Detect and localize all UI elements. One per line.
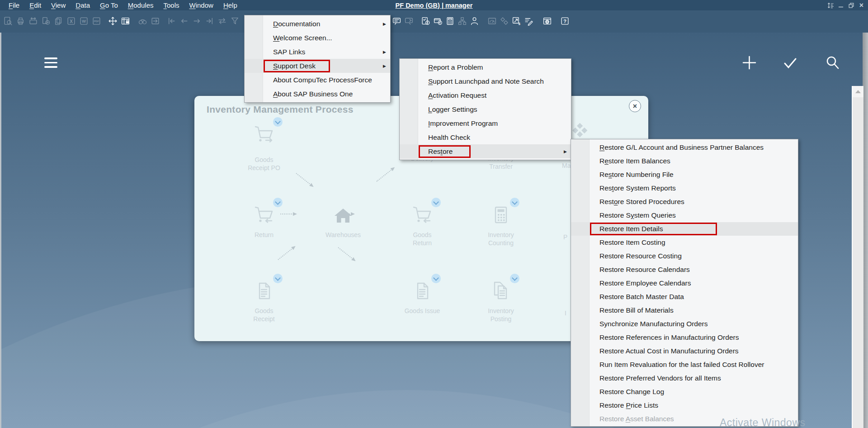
restore-window-icon[interactable] — [847, 1, 855, 9]
process-node-warehouses[interactable]: Warehouses — [309, 201, 377, 232]
messages-icon[interactable] — [392, 16, 401, 26]
search-icon[interactable] — [825, 55, 840, 72]
node-dropdown-badge[interactable] — [431, 274, 441, 283]
menu-item-about-sap-business-one[interactable]: About SAP Business One — [245, 87, 390, 101]
menu-item-restore-resource-calendars[interactable]: Restore Resource Calendars — [571, 263, 798, 276]
next-record-icon[interactable] — [192, 16, 202, 26]
flow-arrow — [278, 247, 294, 260]
employee-icon[interactable] — [469, 16, 479, 26]
first-record-icon[interactable] — [166, 16, 176, 26]
payment-calculator-icon[interactable] — [445, 16, 455, 26]
menu-item-improvement-program[interactable]: Improvement Program — [400, 116, 571, 130]
process-node-goods-receipt-po[interactable]: GoodsReceipt PO — [230, 120, 298, 151]
menu-item-health-check[interactable]: Health Check — [400, 130, 571, 144]
menu-item-label: Support Launchpad and Note Search — [428, 77, 544, 86]
menu-item-restore-actual-cost-in-manufacturing-orders[interactable]: Restore Actual Cost in Manufacturing Ord… — [571, 344, 798, 358]
menu-item-sap-links[interactable]: SAP Links▶ — [245, 45, 390, 59]
print-layout-icon[interactable] — [28, 16, 38, 26]
node-dropdown-badge[interactable] — [510, 274, 519, 283]
app-titlebar: FileEditViewDataGo ToModulesToolsWindowH… — [0, 0, 868, 10]
add-icon[interactable] — [741, 54, 758, 73]
edit-form-icon[interactable] — [524, 16, 533, 26]
print-icon[interactable] — [15, 16, 25, 26]
menu-item-restore-bill-of-materials[interactable]: Restore Bill of Materials — [571, 304, 798, 317]
menu-item-support-launchpad-and-note-search[interactable]: Support Launchpad and Note Search — [400, 74, 571, 88]
menu-item-restore-references-in-manufacturing-orders[interactable]: Restore References in Manufacturing Orde… — [571, 331, 798, 344]
menu-item-restore-item-costing[interactable]: Restore Item Costing — [571, 236, 798, 249]
widgets-icon[interactable] — [499, 16, 509, 26]
refresh-record-icon[interactable] — [217, 16, 227, 26]
flow-arrow — [338, 247, 354, 261]
approval-status-icon[interactable] — [420, 16, 430, 26]
export-excel-icon[interactable]: X — [66, 16, 76, 26]
exchange-rate-icon[interactable]: $ — [511, 16, 521, 26]
row-height-icon[interactable] — [826, 1, 834, 9]
menu-item-about-computec-processforce[interactable]: About CompuTec ProcessForce — [245, 73, 390, 87]
export-word-icon[interactable]: W — [79, 16, 89, 26]
process-node-inventory-counting[interactable]: InventoryCounting — [467, 201, 535, 232]
menu-item-label: Restore References in Manufacturing Orde… — [599, 333, 739, 342]
previous-record-icon[interactable] — [179, 16, 189, 26]
menu-item-restore-item-balances[interactable]: Restore Item Balances — [571, 154, 798, 168]
menu-item-restore-employee-calendars[interactable]: Restore Employee Calendars — [571, 276, 798, 290]
menu-item-run-item-revaluation-for-the-last-failed-cost-rollover[interactable]: Run Item Revaluation for the last failed… — [571, 358, 798, 371]
menu-item-restore-g-l-account-and-business-partner-balances[interactable]: Restore G/L Account and Business Partner… — [571, 141, 798, 154]
menu-item-restore-item-details[interactable]: Restore Item Details — [571, 222, 798, 236]
menu-item-restore-system-queries[interactable]: Restore System Queries — [571, 209, 798, 222]
copy-icon[interactable] — [53, 16, 63, 26]
menu-item-welcome-screen[interactable]: Welcome Screen... — [245, 31, 390, 45]
menu-item-restore-price-lists[interactable]: Restore Price Lists — [571, 399, 798, 412]
hamburger-menu-icon[interactable] — [44, 57, 57, 68]
dashboard-icon[interactable] — [487, 16, 497, 26]
menu-item-restore-numbering-file[interactable]: Restore Numbering File — [571, 168, 798, 181]
process-node-inventory-posting[interactable]: InventoryPosting — [467, 277, 535, 308]
process-node-return[interactable]: Return — [230, 201, 298, 232]
menu-item-restore-system-reports[interactable]: Restore System Reports — [571, 181, 798, 195]
menu-item-label: Restore System Queries — [599, 211, 676, 219]
org-structure-icon[interactable] — [457, 16, 467, 26]
find-icon[interactable] — [137, 16, 147, 26]
menu-item-logger-settings[interactable]: Logger Settings — [400, 102, 571, 116]
export-pdf-icon[interactable]: PDF — [91, 16, 101, 26]
node-dropdown-badge[interactable] — [273, 117, 283, 127]
document-remarks-icon[interactable] — [41, 16, 51, 26]
process-node-goods-issue[interactable]: Goods Issue — [388, 277, 456, 308]
process-node-goods-return[interactable]: GoodsReturn — [388, 201, 456, 232]
menu-item-restore-stored-procedures[interactable]: Restore Stored Procedures — [571, 195, 798, 209]
node-dropdown-badge[interactable] — [273, 198, 283, 207]
last-record-icon[interactable] — [204, 16, 214, 26]
node-dropdown-badge[interactable] — [510, 198, 519, 207]
window-close-button[interactable]: × — [629, 100, 641, 112]
menu-item-label: Restore Numbering File — [599, 171, 674, 179]
node-label: GoodsReturn — [388, 231, 456, 247]
forward-message-icon[interactable] — [404, 16, 414, 26]
node-label: Warehouses — [309, 231, 377, 239]
menu-item-restore-preferred-vendors-for-all-items[interactable]: Restore Preferred Vendors for all Items — [571, 371, 798, 385]
scroll-up-button[interactable] — [853, 86, 863, 97]
menu-item-label: Improvement Program — [428, 119, 498, 128]
confirm-icon[interactable] — [783, 57, 798, 72]
filter-table-icon[interactable] — [230, 16, 240, 26]
menu-item-restore-resource-costing[interactable]: Restore Resource Costing — [571, 249, 798, 263]
freeze-table-icon[interactable] — [120, 16, 130, 26]
node-dropdown-badge[interactable] — [273, 274, 283, 283]
help-icon[interactable]: ? — [560, 16, 570, 26]
go-to-icon[interactable] — [150, 16, 160, 26]
menu-item-restore-change-log[interactable]: Restore Change Log — [571, 385, 798, 399]
move-window-icon[interactable] — [108, 16, 118, 26]
minimize-icon[interactable] — [837, 1, 844, 9]
payment-info-icon[interactable] — [433, 16, 443, 26]
preview-document-icon[interactable] — [3, 16, 13, 26]
menu-item-report-a-problem[interactable]: Report a Problem — [400, 60, 571, 74]
menu-item-restore[interactable]: Restore▶ — [400, 144, 571, 158]
close-window-icon[interactable]: × — [858, 1, 865, 9]
node-dropdown-badge[interactable] — [431, 198, 441, 207]
menu-item-support-desk[interactable]: Support Desk▶ — [245, 59, 390, 73]
vertical-scrollbar[interactable] — [852, 86, 863, 428]
web-browser-icon[interactable] — [542, 16, 552, 26]
menu-item-restore-batch-master-data[interactable]: Restore Batch Master Data — [571, 290, 798, 304]
menu-item-synchronize-manufacturing-orders[interactable]: Synchronize Manufacturing Orders — [571, 317, 798, 331]
menu-item-documentation[interactable]: Documentation▶ — [245, 17, 390, 31]
menu-item-activation-request[interactable]: Activation Request — [400, 88, 571, 102]
process-node-goods-receipt[interactable]: GoodsReceipt — [230, 277, 298, 308]
